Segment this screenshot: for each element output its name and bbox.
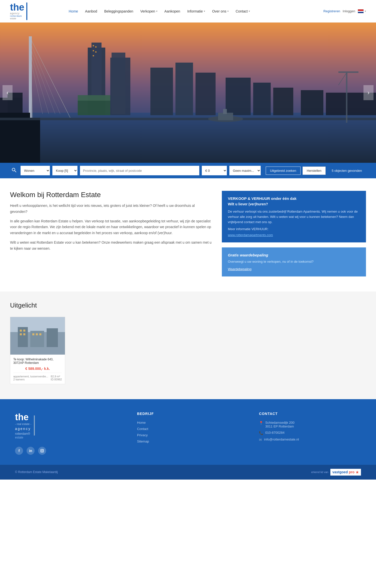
nav-beleggingspanden[interactable]: Beleggingspanden: [101, 7, 137, 15]
svg-rect-44: [30, 331, 44, 347]
footer-logo-bar: [34, 415, 35, 435]
search-button[interactable]: [10, 166, 18, 175]
svg-rect-37: [338, 71, 358, 73]
svg-rect-22: [196, 73, 216, 115]
linkedin-icon[interactable]: in: [27, 447, 35, 455]
welcome-para2: In alle gevallen kan Rotterdam Estate u …: [10, 218, 212, 236]
logo-rotterdam: rotterdam: [10, 15, 24, 17]
header: the agency rotterdam estate Home Aanbod …: [0, 0, 376, 23]
nav-informatie[interactable]: Informatie ▾: [184, 7, 209, 15]
footer-link-privacy[interactable]: Privacy: [137, 433, 239, 437]
property-card[interactable]: Te koop: Wilhelminakade 643, 3072AP Rott…: [10, 317, 65, 384]
chevron-icon-lang: ▾: [365, 10, 366, 13]
footer-email-address[interactable]: info@rotterdamestate.nl: [264, 437, 299, 441]
footer-logo-estate: estate: [15, 436, 31, 439]
property-area: 82,9 m²: [51, 375, 62, 378]
svg-rect-45: [47, 328, 58, 347]
search-icon: [12, 168, 17, 173]
svg-rect-13: [93, 45, 94, 46]
vastgoed-text: vastgoed: [332, 470, 348, 474]
objecten-gevonden-button[interactable]: 5 objecten gevonden: [328, 167, 366, 175]
uitgebreid-zoeken-button[interactable]: Uitgebreid zoeken: [266, 167, 301, 175]
logo-estate: estate: [10, 17, 24, 20]
main-nav: Home Aanbod Beleggingspanden Verkopen ▾ …: [65, 7, 323, 15]
logo-wrap: the agency rotterdam estate: [10, 3, 27, 20]
svg-rect-19: [112, 53, 125, 114]
main-content: Welkom bij Rotterdam Estate Heeft u verk…: [0, 178, 376, 291]
svg-rect-53: [41, 449, 44, 452]
nav-home[interactable]: Home: [65, 7, 81, 15]
language-selector[interactable]: ▾: [358, 9, 366, 13]
footer-link-home[interactable]: Home: [137, 421, 239, 424]
property-address: Te koop: Wilhelminakade 643, 3072AP Rott…: [13, 358, 62, 365]
card-verkoop-link[interactable]: www.rotterdamapartments.com: [228, 233, 273, 237]
footer-email: ✉ info@rotterdamestate.nl: [259, 437, 361, 442]
svg-rect-46: [20, 330, 22, 332]
svg-rect-29: [78, 95, 110, 101]
property-type-select[interactable]: Wonen Commercieel: [21, 166, 50, 175]
svg-rect-52: [39, 333, 41, 335]
flag-icon: [358, 9, 364, 13]
instagram-icon[interactable]: [38, 447, 46, 455]
nav-overons[interactable]: Over ons ▾: [209, 7, 232, 15]
property-rooms: 2 kamers: [13, 378, 48, 381]
footer-link-contact[interactable]: Contact: [137, 427, 239, 431]
footer-bedrijf-col: BEDRIJF Home Contact Privacy Sitemap: [137, 412, 239, 455]
nav-contact[interactable]: Contact ▾: [232, 7, 253, 15]
svg-rect-28: [78, 100, 110, 115]
search-actions: Uitgebreid zoeken Herstellen 5 objecten …: [266, 167, 366, 175]
chevron-icon-contact: ▾: [249, 10, 250, 13]
instagram-svg: [40, 449, 44, 453]
hero-prev-button[interactable]: ‹: [3, 85, 13, 100]
transaction-type-select[interactable]: Koop [5] Huur: [52, 166, 77, 175]
hero-next-button[interactable]: ›: [363, 85, 373, 100]
location-input[interactable]: [80, 166, 199, 175]
svg-rect-20: [150, 68, 173, 115]
search-bar: Wonen Commercieel Koop [5] Huur € 0 € 10…: [0, 163, 376, 178]
svg-rect-25: [273, 88, 293, 115]
footer-address: 📍 Schiedamsedijk 200 3011 EP Rotterdam: [259, 421, 361, 428]
footer-link-sitemap[interactable]: Sitemap: [137, 439, 239, 443]
logo-text-block: the agency rotterdam estate: [10, 3, 24, 20]
card-verkoop: VERKOOP & VERHUUR onder één dak Wilt u l…: [222, 191, 366, 242]
welcome-para3: Wilt u weten wat Rotterdam Estate voor u…: [10, 240, 212, 252]
svg-point-55: [43, 450, 43, 450]
svg-rect-47: [23, 330, 25, 332]
footer-address-line1: Schiedamsedijk 200: [265, 421, 294, 424]
svg-rect-15: [93, 50, 94, 51]
footer-logo-wrap: the - real estate - agency rotterdam® es…: [15, 412, 117, 439]
footer-bottom: © Rotterdam Estate Makelaardij erkend li…: [0, 465, 376, 480]
footer-copyright: © Rotterdam Estate Makelaardij: [15, 470, 58, 474]
price-max-select[interactable]: Geen maxim... € 500.000: [229, 166, 261, 175]
footer-logo-area: the - real estate - agency rotterdam® es…: [15, 412, 117, 455]
herstellen-button[interactable]: Herstellen: [303, 167, 326, 175]
card-waardebepaling: Gratis waardebepaling Overweegt u uw won…: [222, 247, 366, 276]
footer-phone: 📞 010-8700284: [259, 431, 361, 435]
uitgelicht-title: Uitgelicht: [10, 302, 366, 309]
svg-point-54: [41, 450, 43, 452]
footer-social: f in: [15, 447, 117, 455]
nav-verkopen[interactable]: Verkopen ▾: [137, 7, 161, 15]
svg-rect-35: [223, 109, 227, 114]
svg-rect-14: [95, 46, 97, 48]
svg-rect-32: [0, 118, 376, 120]
card-verkoop-text: De verhuur verloopt via ons zusterbedrij…: [228, 209, 360, 225]
property-id: ID:00982: [51, 378, 62, 381]
login-link[interactable]: Inloggen: [343, 9, 355, 13]
chevron-icon-informatie: ▾: [204, 10, 205, 13]
nav-aankopen[interactable]: Aankopen: [161, 7, 184, 15]
register-link[interactable]: Registreren: [323, 9, 340, 13]
price-min-select[interactable]: € 0 € 100.000: [202, 166, 227, 175]
footer-logo-agency: agency: [15, 427, 31, 431]
footer-main: the - real estate - agency rotterdam® es…: [0, 399, 376, 465]
property-type: appartement, tussenverdie...: [13, 375, 48, 378]
logo-agency: agency: [10, 12, 24, 15]
vastgoed-badge: erkend lid van vastgoed pro ★: [311, 469, 361, 476]
uitgelicht-section: Uitgelicht Te koop: Wilhelmi: [0, 291, 376, 399]
nav-aanbod[interactable]: Aanbod: [81, 7, 101, 15]
card-waardebepaling-link[interactable]: Waardebepaling: [228, 267, 251, 271]
svg-rect-17: [93, 55, 94, 56]
footer-phone-number[interactable]: 010-8700284: [265, 431, 285, 434]
hero-city-svg: [0, 23, 376, 163]
facebook-icon[interactable]: f: [15, 447, 23, 455]
